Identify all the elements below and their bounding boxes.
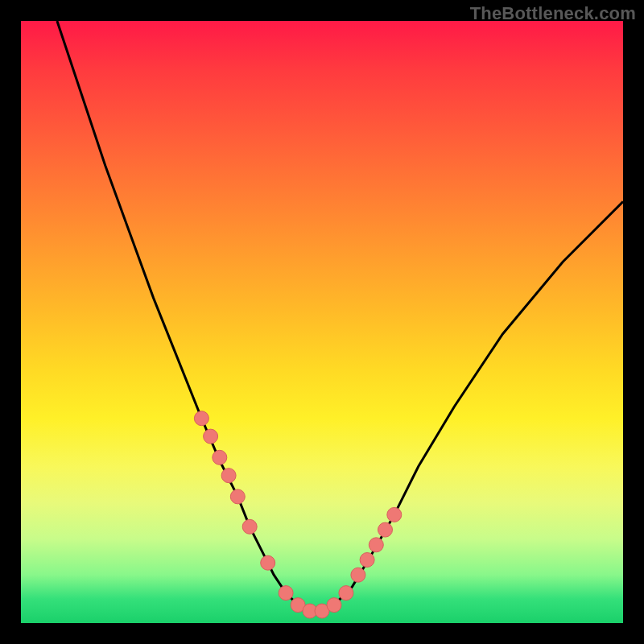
- marker-point: [204, 429, 218, 444]
- marker-point: [351, 568, 365, 582]
- plot-area: [21, 21, 623, 623]
- marker-point: [279, 586, 293, 601]
- marker-point: [221, 469, 236, 483]
- marker-point: [242, 519, 257, 534]
- bottleneck-curve: [57, 21, 623, 611]
- marker-point: [387, 507, 402, 522]
- marker-point: [230, 489, 245, 504]
- marker-point: [378, 522, 393, 537]
- chart-stage: TheBottleneck.com: [0, 0, 644, 644]
- marker-point: [339, 586, 353, 601]
- marker-group: [194, 411, 401, 618]
- marker-point: [194, 411, 208, 426]
- marker-point: [327, 598, 341, 613]
- marker-point: [369, 538, 383, 552]
- chart-svg: [21, 21, 623, 623]
- watermark-text: TheBottleneck.com: [470, 3, 636, 24]
- marker-point: [213, 450, 227, 464]
- marker-point: [261, 555, 275, 570]
- marker-point: [360, 553, 374, 568]
